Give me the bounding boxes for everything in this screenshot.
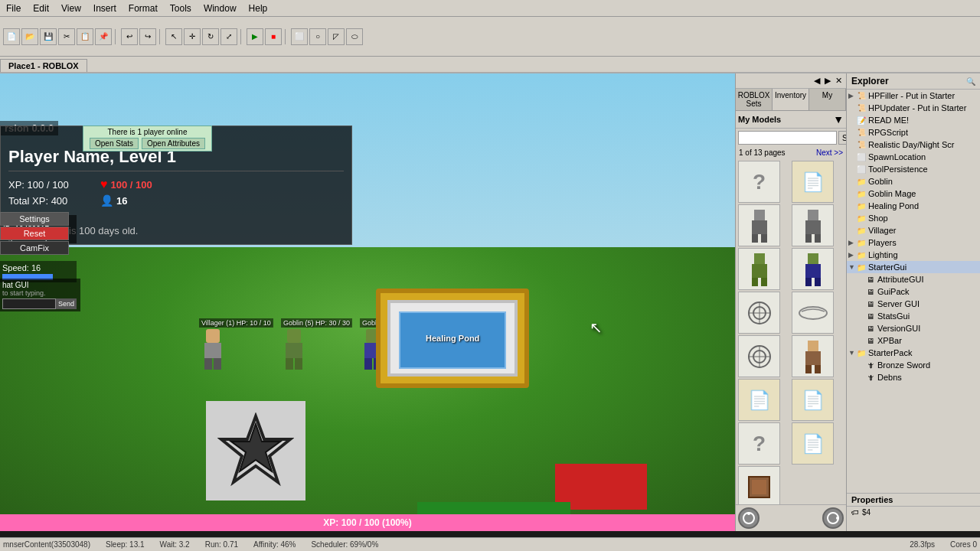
svg-rect-16 — [805, 278, 812, 286]
model-item-12[interactable]: ? — [738, 422, 780, 465]
tree-versiongui[interactable]: 🖥 VersionGUI — [847, 322, 980, 334]
model-item-3[interactable] — [792, 204, 834, 246]
menu-format[interactable]: Format — [122, 2, 164, 15]
tree-starterpack[interactable]: ▼ 📁 StarterPack — [847, 347, 980, 359]
toolbar-wedge[interactable]: ◸ — [328, 28, 345, 45]
tree-toolpersistence[interactable]: ⬜ ToolPersistence — [847, 163, 980, 175]
tab-place1[interactable]: Place1 - ROBLOX — [0, 59, 87, 72]
tree-rpgscript[interactable]: 📜 RPGScript — [847, 126, 980, 139]
toolbar-paste[interactable]: 📌 — [95, 28, 112, 45]
model-item-9[interactable] — [792, 335, 834, 377]
menu-file[interactable]: File — [0, 2, 27, 15]
menu-tools[interactable]: Tools — [164, 2, 198, 15]
toolbar-select[interactable]: ↖ — [165, 28, 182, 45]
toolbar-new[interactable]: 📄 — [3, 28, 20, 45]
toolbar-scale[interactable]: ⤢ — [220, 28, 237, 45]
nav-orbit-1[interactable] — [738, 507, 760, 529]
menu-edit[interactable]: Edit — [27, 2, 55, 15]
panel-close[interactable]: ✕ — [833, 75, 844, 86]
model-item-5[interactable] — [792, 248, 834, 290]
reset-button[interactable]: Reset — [0, 227, 69, 240]
tree-goblin[interactable]: 📁 Goblin — [847, 175, 980, 187]
model-item-8[interactable] — [738, 335, 780, 377]
model-item-10[interactable]: 📄 — [738, 379, 780, 421]
toolbar-stop[interactable]: ■ — [265, 28, 282, 45]
tree-players[interactable]: ▶ 📁 Players — [847, 236, 980, 249]
toolbar-redo[interactable]: ↪ — [139, 28, 156, 45]
model-item-6[interactable] — [738, 292, 780, 334]
tree-statsgui[interactable]: 🖥 StatsGui — [847, 310, 980, 322]
tree-hpfiller[interactable]: ▶ 📜 HPFiller - Put in Starter — [847, 90, 980, 102]
model-item-13[interactable]: 📄 — [792, 422, 834, 465]
model-search-input[interactable] — [738, 131, 837, 145]
toolbar-open[interactable]: 📂 — [21, 28, 38, 45]
tree-healingpond[interactable]: 📁 Healing Pond — [847, 200, 980, 212]
tree-hpupdater[interactable]: 📜 HPUpdater - Put in Starter — [847, 102, 980, 114]
camfix-button[interactable]: CamFix — [0, 241, 69, 255]
panel-nav-right[interactable]: ▶ — [822, 75, 833, 86]
toolbar-move[interactable]: ✛ — [184, 28, 201, 45]
toolbar-play[interactable]: ▶ — [247, 28, 263, 45]
settings-button[interactable]: Settings — [0, 212, 69, 226]
tree-attributegui[interactable]: 🖥 AttributeGUI — [847, 273, 980, 285]
open-stats-btn[interactable]: Open Stats — [90, 138, 139, 149]
speed-label: Speed: — [2, 263, 29, 272]
tree-guipack[interactable]: 🖥 GuiPack — [847, 285, 980, 298]
toolbar-save[interactable]: 💾 — [40, 28, 57, 45]
menu-insert[interactable]: Insert — [87, 2, 122, 15]
tree-label-debns: Debns — [877, 373, 902, 382]
nav-orbit-2[interactable] — [822, 507, 844, 529]
chat-input[interactable] — [2, 298, 56, 309]
model-item-11[interactable]: 📄 — [792, 379, 834, 421]
explorer-filter[interactable]: 🔍 — [966, 77, 975, 86]
tab-roblox-sets[interactable]: ROBLOX Sets — [736, 89, 773, 110]
main-layout: rsion 0.0.0 There is 1 player online Ope… — [0, 73, 980, 531]
tree-lighting[interactable]: ▶ 📁 Lighting — [847, 249, 980, 261]
open-attributes-btn[interactable]: Open Attributes — [142, 138, 205, 149]
menu-help[interactable]: Help — [243, 2, 274, 15]
toolbar-rotate[interactable]: ↻ — [202, 28, 219, 45]
tool-icon-bronze: 🗡 — [865, 360, 876, 370]
goblin-leg-l — [286, 358, 293, 370]
model-item-1[interactable]: 📄 — [792, 161, 834, 203]
folder-icon-startergui: 📁 — [856, 262, 867, 272]
models-header: My Models ▼ — [736, 111, 846, 129]
tab-my[interactable]: My — [809, 89, 846, 110]
toolbar-cylinder[interactable]: ⬭ — [346, 28, 363, 45]
tree-realistic[interactable]: 📜 Realistic Day/Night Scr — [847, 139, 980, 151]
sep4 — [285, 29, 288, 44]
tab-inventory[interactable]: Inventory — [773, 89, 809, 110]
chat-label: hat GUI — [2, 281, 78, 289]
toolbar-undo[interactable]: ↩ — [121, 28, 138, 45]
tree-bronzesword[interactable]: 🗡 Bronze Sword — [847, 359, 980, 371]
model-item-0[interactable]: ? — [738, 161, 780, 203]
note-icon-readme: 📝 — [856, 115, 867, 126]
tree-shop[interactable]: 📁 Shop — [847, 212, 980, 224]
model-icon-11: 📄 — [802, 390, 825, 411]
tree-readme[interactable]: 📝 READ ME! — [847, 114, 980, 126]
menu-view[interactable]: View — [55, 2, 87, 15]
toolbar-cut[interactable]: ✂ — [58, 28, 75, 45]
chat-send-button[interactable]: Send — [56, 298, 77, 309]
toolbar-part[interactable]: ⬜ — [291, 28, 308, 45]
model-item-7[interactable] — [792, 292, 834, 334]
model-item-14[interactable] — [738, 466, 780, 504]
tree-debns[interactable]: 🗡 Debns — [847, 371, 980, 383]
tree-startergui[interactable]: ▼ 📁 StarterGui — [847, 261, 980, 273]
tree-xpbar[interactable]: 🖥 XPBar — [847, 334, 980, 347]
panel-nav-left[interactable]: ◀ — [812, 75, 822, 86]
tree-villager[interactable]: 📁 Villager — [847, 224, 980, 236]
model-item-4[interactable] — [738, 248, 780, 290]
tree-goblinmage[interactable]: 📁 Goblin Mage — [847, 187, 980, 200]
model-icon-9 — [798, 339, 828, 373]
tree-servergui[interactable]: 🖥 Server GUI — [847, 298, 980, 310]
tree-spawn[interactable]: ⬜ SpawnLocation — [847, 151, 980, 163]
models-dropdown[interactable]: ▼ — [833, 113, 844, 126]
sep3 — [240, 29, 243, 44]
model-item-2[interactable] — [738, 204, 780, 246]
toolbar-copy[interactable]: 📋 — [77, 28, 93, 45]
toolbar-sphere[interactable]: ○ — [309, 28, 326, 45]
menu-window[interactable]: Window — [198, 2, 243, 15]
next-page-btn[interactable]: Next >> — [816, 148, 843, 157]
game-panel[interactable]: rsion 0.0.0 There is 1 player online Ope… — [0, 73, 735, 531]
